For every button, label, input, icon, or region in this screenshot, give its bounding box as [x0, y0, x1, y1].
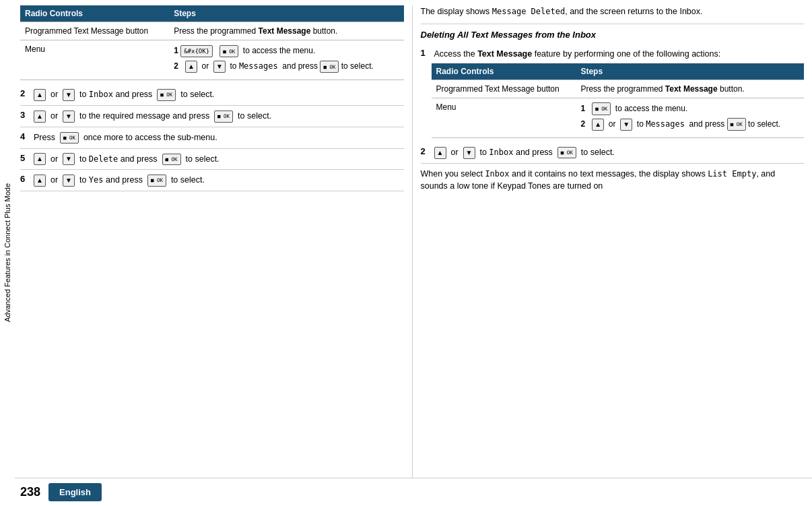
ok-btn-r3: ■ OK: [557, 147, 576, 159]
section-heading: Deleting All Text Messages from the Inbo…: [421, 30, 805, 40]
arrow-up-icon-r1: ▲: [592, 119, 604, 131]
right-column: The display shows Message Deleted, and t…: [413, 5, 813, 478]
arrow-down-icon-2: ▼: [63, 89, 75, 101]
ok-btn-2: ■ OK: [320, 61, 339, 73]
left-table-row2-col2: 1 &#x{OK} ■ OK to access the menu. 2: [169, 40, 403, 80]
ok-btn-1: ■ OK: [219, 45, 238, 57]
ok-btn-r2: ■ OK: [727, 118, 746, 130]
right-intro-text: The display shows Message Deleted, and t…: [421, 5, 805, 18]
arrow-down-icon-r2: ▼: [463, 147, 475, 159]
right-step-1-intro: 1 Access the Text Message feature by per…: [421, 44, 805, 63]
step-6: 6 ▲ or ▼ to Yes and press ■ OK to select…: [20, 170, 404, 191]
right-table-col2-header: Steps: [576, 63, 804, 80]
arrow-up-icon-r2: ▲: [434, 147, 446, 159]
arrow-down-icon-4: ▼: [63, 153, 75, 165]
right-table-row2-col1: Menu: [432, 98, 576, 137]
menu-ok-btn: &#x{OK}: [180, 45, 213, 57]
right-step2-note: When you select Inbox and it contains no…: [421, 168, 805, 193]
right-menu-step-1: 1 ■ OK to access the menu.: [580, 102, 799, 115]
language-badge: English: [48, 483, 102, 501]
arrow-down-icon-3: ▼: [63, 110, 75, 123]
arrow-up-icon-3: ▲: [34, 110, 46, 123]
table-row: Menu 1 ■ OK to access the menu. 2: [432, 98, 805, 137]
step-2: 2 ▲ or ▼ to Inbox and press ■ OK to sele…: [20, 84, 404, 106]
sidebar-label: Advanced Features in Connect Plus Mode: [3, 183, 11, 322]
left-table-col1-header: Radio Controls: [20, 5, 169, 22]
ok-btn-5: ■ OK: [60, 132, 79, 144]
table-row: Programmed Text Message button Press the…: [20, 22, 404, 40]
sidebar: Advanced Features in Connect Plus Mode: [0, 0, 15, 506]
right-step-2: 2 ▲ or ▼ to Inbox and press ■ OK to sele…: [421, 142, 805, 164]
step-4: 4 Press ■ OK once more to access the sub…: [20, 127, 404, 149]
ok-btn-4: ■ OK: [214, 110, 233, 123]
ok-btn-3: ■ OK: [157, 89, 176, 101]
left-table: Radio Controls Steps Programmed Text Mes…: [20, 5, 404, 80]
bottom-bar: 238 English: [15, 478, 812, 506]
step-5: 5 ▲ or ▼ to Delete and press ■ OK to sel…: [20, 149, 404, 170]
menu-step-2: 2 ▲ or ▼ to Messages and press ■ OK to s…: [174, 60, 399, 73]
right-table-row2-col2: 1 ■ OK to access the menu. 2 ▲ or ▼: [576, 98, 804, 137]
right-menu-step-2: 2 ▲ or ▼ to Messages and press ■ OK to s…: [580, 118, 799, 131]
right-table-row1-col2: Press the programmed Text Message button…: [576, 80, 804, 98]
step-3: 3 ▲ or ▼ to the required message and pre…: [20, 106, 404, 127]
right-table: Radio Controls Steps Programmed Text Mes…: [432, 63, 805, 138]
arrow-down-icon-1: ▼: [213, 61, 226, 73]
ok-btn-6: ■ OK: [162, 154, 181, 166]
main-content: Radio Controls Steps Programmed Text Mes…: [15, 0, 812, 506]
arrow-up-icon-4: ▲: [34, 153, 46, 165]
right-table-col1-header: Radio Controls: [432, 63, 576, 80]
right-table-row1-col1: Programmed Text Message button: [432, 80, 576, 98]
arrow-down-icon-5: ▼: [63, 175, 75, 187]
columns: Radio Controls Steps Programmed Text Mes…: [15, 5, 812, 478]
menu-step-1: 1 &#x{OK} ■ OK to access the menu.: [174, 44, 399, 57]
left-table-row2-col1: Menu: [20, 40, 169, 80]
left-table-row1-col1: Programmed Text Message button: [20, 22, 169, 40]
left-table-col2-header: Steps: [169, 5, 403, 22]
arrow-down-icon-r1: ▼: [620, 119, 632, 131]
arrow-up-icon-2: ▲: [34, 89, 46, 101]
divider: [421, 24, 805, 24]
page-number: 238: [20, 485, 40, 499]
left-column: Radio Controls Steps Programmed Text Mes…: [15, 5, 413, 478]
arrow-up-icon-5: ▲: [34, 175, 46, 187]
arrow-up-icon-1: ▲: [185, 61, 197, 73]
ok-btn-7: ■ OK: [147, 175, 166, 187]
table-row: Menu 1 &#x{OK} ■ OK to access the menu.: [20, 40, 404, 80]
left-table-row1-col2: Press the programmed Text Message button…: [169, 22, 403, 40]
table-row: Programmed Text Message button Press the…: [432, 80, 805, 98]
ok-btn-r1: ■ OK: [592, 102, 611, 115]
